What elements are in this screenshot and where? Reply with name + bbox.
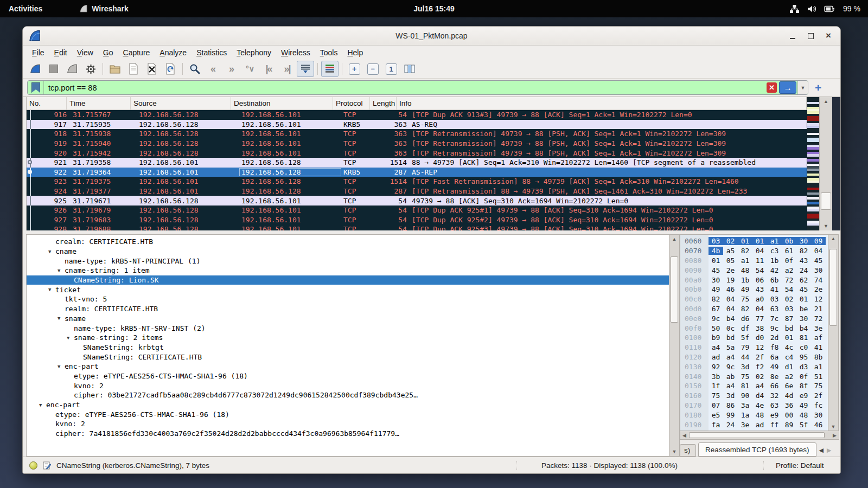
hex-byte[interactable]: a5	[723, 247, 738, 255]
profile-text[interactable]: Profile: Default	[763, 461, 834, 470]
hex-byte[interactable]: 49	[767, 363, 782, 371]
hex-byte[interactable]: 49	[738, 285, 752, 293]
hex-byte[interactable]: 12	[811, 295, 826, 303]
menu-help[interactable]: Help	[342, 47, 368, 59]
hex-byte[interactable]: 4c	[782, 343, 796, 351]
hex-byte[interactable]: 02	[723, 237, 738, 245]
detail-line[interactable]: kvno: 2	[27, 381, 669, 390]
hex-byte[interactable]: d1	[782, 363, 796, 371]
detail-line[interactable]: SNameString: krbtgt	[27, 343, 669, 352]
hex-byte[interactable]: 01	[796, 295, 811, 303]
stop-capture-button[interactable]	[45, 61, 62, 77]
menu-wireless[interactable]: Wireless	[276, 47, 315, 59]
pane-splitter[interactable]	[23, 230, 840, 234]
hex-byte[interactable]: 45	[811, 256, 826, 265]
hex-byte[interactable]: 77	[752, 314, 767, 323]
hex-byte[interactable]: bd	[782, 324, 796, 332]
detail-line[interactable]: name-type: kRB5-NT-PRINCIPAL (1)	[27, 256, 669, 266]
hex-byte[interactable]: 3d	[738, 363, 752, 371]
open-file-button[interactable]	[106, 61, 124, 77]
hex-byte[interactable]: 63	[767, 401, 782, 409]
hex-byte[interactable]: 30	[796, 314, 811, 323]
hex-byte[interactable]: 3b	[709, 373, 723, 381]
close-button[interactable]: ×	[824, 31, 833, 40]
hex-byte[interactable]: ad	[709, 353, 723, 361]
bytes-scrollbar[interactable]: ▲ ▼	[828, 234, 839, 431]
hex-byte[interactable]: 41	[811, 343, 826, 351]
scroll-down-icon[interactable]: ▼	[669, 449, 679, 454]
hex-byte[interactable]: e5	[709, 411, 723, 419]
packet-row-925[interactable]: 92531.719671192.168.56.128192.168.56.101…	[27, 196, 807, 206]
clock[interactable]: Jul16 15:49	[413, 4, 455, 13]
hex-byte[interactable]: 89	[782, 421, 796, 429]
hex-byte[interactable]: 2f	[811, 391, 826, 400]
column-header-protocol[interactable]: Protocol	[333, 97, 370, 110]
hex-byte[interactable]: 61	[782, 247, 796, 255]
hex-byte[interactable]: 3e	[738, 421, 752, 429]
scroll-right-icon[interactable]: ▶	[833, 431, 837, 439]
last-packet-button[interactable]: »|	[278, 61, 296, 77]
network-icon[interactable]	[789, 4, 800, 14]
hex-byte[interactable]: b4	[723, 314, 738, 323]
detail-line[interactable]: ▼enc-part	[27, 362, 669, 371]
hex-byte[interactable]: 99	[723, 411, 738, 419]
detail-line[interactable]: cipher: 7a4181856efd330c4003a769c2f35024…	[27, 429, 669, 439]
hex-byte[interactable]: 4b	[709, 247, 723, 255]
hex-byte[interactable]: 19	[723, 276, 738, 284]
tab-frame-bytes[interactable]: s)	[680, 444, 696, 457]
hex-byte[interactable]: 75	[738, 295, 752, 303]
scrollbar-thumb[interactable]	[821, 192, 831, 210]
packet-row-922[interactable]: 92231.719364192.168.56.101192.168.56.128…	[27, 168, 807, 177]
hex-byte[interactable]: 48	[752, 411, 767, 419]
hex-byte[interactable]: b4	[796, 324, 811, 332]
hex-byte[interactable]: 90	[738, 391, 752, 400]
packet-bytes-pane[interactable]: 006003020101a10b300900704ba58204c3618204…	[680, 234, 828, 431]
hex-byte[interactable]: 41	[767, 285, 782, 293]
packet-list-scrollbar[interactable]: ▲ ▼	[819, 97, 832, 230]
packet-row-928[interactable]: 92831.719688192.168.56.128192.168.56.101…	[27, 224, 807, 230]
detail-line[interactable]: SNameString: CERTIFICATE.HTB	[27, 352, 669, 362]
maximize-button[interactable]	[806, 31, 815, 40]
hex-byte[interactable]: 09	[811, 237, 826, 245]
hex-byte[interactable]: 03	[782, 305, 796, 313]
hex-byte[interactable]: 46	[811, 421, 826, 429]
hex-byte[interactable]: c0	[796, 343, 811, 351]
tab-scroll-right-icon[interactable]: ▶	[827, 447, 831, 454]
hex-byte[interactable]: 43	[796, 256, 811, 265]
detail-line[interactable]: realm: CERTIFICATE.HTB	[27, 304, 669, 314]
hex-byte[interactable]: 3d	[723, 391, 738, 400]
packet-row-923[interactable]: 92331.719375192.168.56.101192.168.56.128…	[27, 177, 807, 187]
hex-byte[interactable]: 1b	[767, 256, 782, 265]
hex-byte[interactable]: 50	[709, 324, 723, 332]
hex-byte[interactable]: f8	[767, 343, 782, 351]
hex-byte[interactable]: 87	[782, 314, 796, 323]
hex-byte[interactable]: 75	[709, 391, 723, 400]
zoom-out-button[interactable]: －	[364, 61, 381, 77]
auto-scroll-button[interactable]	[297, 61, 314, 77]
hex-byte[interactable]: a2	[782, 266, 796, 274]
hex-byte[interactable]: 30	[811, 411, 826, 419]
hex-byte[interactable]: 82	[796, 247, 811, 255]
expand-arrow-icon[interactable]: ▼	[67, 335, 74, 341]
restart-capture-button[interactable]	[63, 61, 81, 77]
column-header-source[interactable]: Source	[131, 97, 231, 110]
hex-byte[interactable]: 02	[782, 295, 796, 303]
hex-byte[interactable]: 67	[709, 305, 723, 313]
hex-byte[interactable]: a1	[738, 256, 752, 265]
column-header-no[interactable]: No.	[27, 97, 67, 110]
go-back-button[interactable]: «	[205, 61, 222, 77]
hex-byte[interactable]: 43	[752, 285, 767, 293]
hex-byte[interactable]: 01	[738, 237, 752, 245]
packet-row-919[interactable]: 91931.715940192.168.56.128192.168.56.101…	[27, 139, 807, 149]
hex-byte[interactable]: 63	[767, 305, 782, 313]
packet-row-927[interactable]: 92731.719683192.168.56.128192.168.56.101…	[27, 215, 807, 225]
tab-reassembled-tcp[interactable]: Reassembled TCP (1693 bytes)	[698, 442, 816, 457]
hex-byte[interactable]: f2	[752, 363, 767, 371]
hex-byte[interactable]: 32	[767, 391, 782, 400]
packet-row-920[interactable]: 92031.715942192.168.56.128192.168.56.101…	[27, 148, 807, 158]
volume-icon[interactable]	[807, 4, 817, 14]
detail-line[interactable]: etype: eTYPE-AES256-CTS-HMAC-SHA1-96 (18…	[27, 409, 669, 419]
hex-byte[interactable]: c4	[782, 353, 796, 361]
hex-byte[interactable]: 2e	[811, 285, 826, 293]
hex-byte[interactable]: 72	[782, 276, 796, 284]
